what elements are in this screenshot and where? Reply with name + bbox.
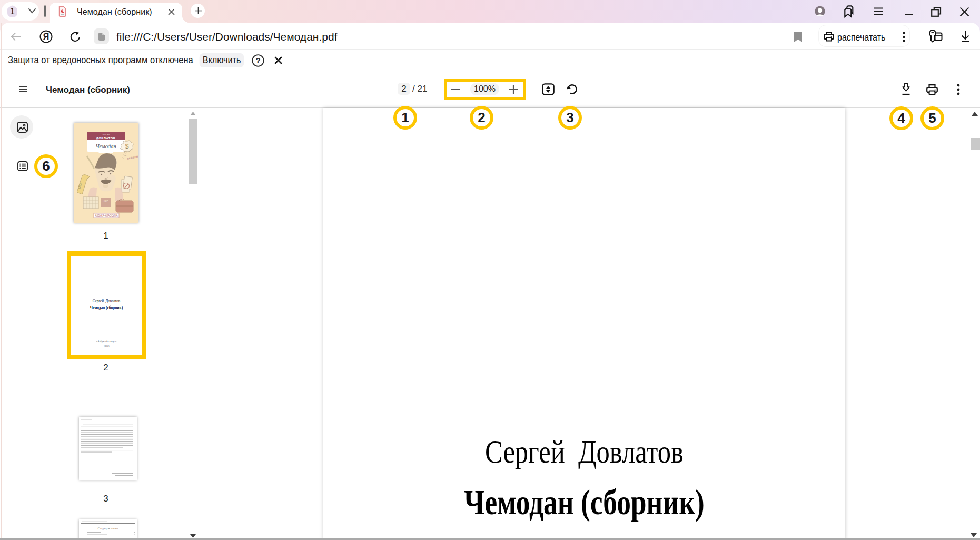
svg-text:ДОВЛАТОВ: ДОВЛАТОВ (96, 136, 115, 140)
svg-text:СЕРГЕЙ: СЕРГЕЙ (102, 134, 110, 136)
svg-text:Содержание: Содержание (97, 526, 118, 530)
svg-text:?: ? (255, 56, 260, 65)
svg-text:Я: Я (43, 32, 50, 41)
svg-text:веселые: веселые (127, 154, 138, 160)
svg-text:$: $ (125, 143, 129, 150)
svg-text:АЗБУКА-КЛАССИКА: АЗБУКА-КЛАССИКА (95, 214, 118, 217)
svg-text:Чемодан: Чемодан (95, 143, 116, 149)
svg-text:NY: NY (104, 200, 108, 203)
